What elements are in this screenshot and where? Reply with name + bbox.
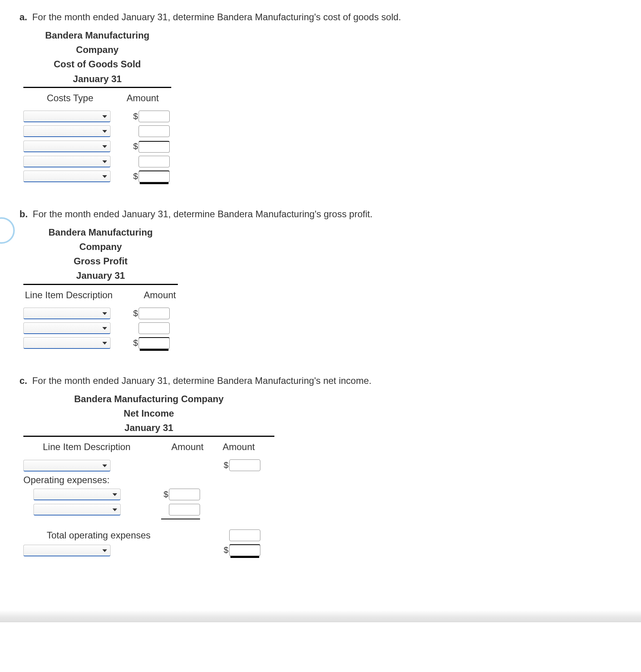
amount-input[interactable] (139, 337, 170, 349)
dollar-sign: $ (132, 111, 139, 121)
table-row: $ (23, 459, 274, 471)
dollar-spacer (132, 157, 139, 167)
schedule-b: Bandera Manufacturing Company Gross Prof… (23, 225, 179, 352)
line-item-select[interactable] (23, 322, 111, 334)
dollar-sign: $ (132, 141, 139, 151)
schedule-a-col-right: Amount (119, 93, 166, 104)
schedule-c-title-3: January 31 (23, 420, 274, 435)
schedule-b-title-4: January 31 (23, 268, 178, 283)
schedule-b-title-block: Bandera Manufacturing Company Gross Prof… (23, 225, 178, 285)
schedule-b-title-1: Bandera Manufacturing (23, 225, 178, 239)
schedule-c-title-block: Bandera Manufacturing Company Net Income… (23, 392, 274, 437)
line-item-select[interactable] (23, 308, 111, 319)
amount-input[interactable] (139, 141, 170, 153)
amount-input[interactable] (229, 544, 260, 556)
table-row (23, 156, 171, 167)
line-item-select[interactable] (23, 337, 111, 349)
schedule-c: Bandera Manufacturing Company Net Income… (23, 392, 274, 559)
dollar-sign: $ (222, 545, 229, 555)
dollar-sign: $ (132, 338, 139, 348)
dollar-sign: $ (222, 460, 229, 470)
table-row: $ (23, 489, 274, 501)
costs-type-select[interactable] (23, 111, 111, 122)
amount-input[interactable] (169, 489, 200, 500)
line-item-select[interactable] (33, 489, 121, 500)
schedule-b-title-3: Gross Profit (23, 254, 178, 268)
table-row: $ (23, 140, 171, 153)
dollar-spacer (222, 530, 229, 540)
amount-input[interactable] (139, 308, 170, 319)
question-c-text: For the month ended January 31, determin… (32, 375, 372, 386)
amount-input[interactable] (169, 504, 200, 515)
costs-type-select[interactable] (23, 125, 111, 137)
question-b-letter: b. (19, 209, 30, 219)
page-indicator-circle (0, 217, 15, 244)
total-operating-expenses-label: Total operating expenses (23, 530, 140, 541)
operating-expenses-label: Operating expenses: (23, 475, 140, 486)
table-row (23, 503, 274, 515)
dollar-sign: $ (132, 171, 139, 181)
question-b: b. For the month ended January 31, deter… (19, 209, 622, 352)
schedule-c-title-1: Bandera Manufacturing Company (23, 392, 274, 406)
question-b-text: For the month ended January 31, determin… (33, 209, 372, 219)
question-a-letter: a. (19, 12, 30, 22)
schedule-a: Bandera Manufacturing Company Cost of Go… (23, 28, 171, 185)
schedule-c-title-2: Net Income (23, 406, 274, 420)
schedule-a-col-left: Costs Type (23, 93, 117, 104)
footer-gradient (0, 610, 641, 622)
schedule-a-col-heads: Costs Type Amount (23, 90, 171, 107)
table-row: Operating expenses: (23, 475, 274, 486)
amount-input[interactable] (139, 125, 170, 137)
schedule-a-title-block: Bandera Manufacturing Company Cost of Go… (23, 28, 171, 88)
schedule-a-title-4: January 31 (23, 72, 171, 86)
question-b-line: b. For the month ended January 31, deter… (19, 209, 622, 220)
amount-input[interactable] (229, 530, 260, 541)
table-row: $ (23, 337, 179, 349)
question-a-text: For the month ended January 31, determin… (32, 12, 401, 22)
amount-input[interactable] (139, 171, 170, 182)
schedule-b-title-2: Company (23, 239, 178, 254)
costs-type-select[interactable] (23, 156, 111, 167)
dollar-sign: $ (132, 308, 139, 318)
question-c-letter: c. (19, 375, 30, 386)
schedule-a-title-3: Cost of Goods Sold (23, 57, 171, 71)
dollar-spacer (132, 323, 139, 333)
line-item-select[interactable] (33, 504, 121, 515)
line-item-select[interactable] (23, 545, 111, 556)
question-c-line: c. For the month ended January 31, deter… (19, 375, 622, 386)
schedule-a-title-1: Bandera Manufacturing (23, 28, 171, 42)
schedule-c-col-heads: Line Item Description Amount Amount (23, 439, 274, 456)
schedule-c-col-left: Line Item Description (23, 442, 160, 452)
schedule-b-col-left: Line Item Description (23, 290, 138, 301)
table-row (23, 322, 179, 334)
amount-input[interactable] (139, 322, 170, 334)
table-row: Total operating expenses (23, 530, 274, 541)
amount-input[interactable] (229, 459, 260, 471)
dollar-sign: $ (162, 489, 169, 500)
schedule-c-col-right: Amount (215, 442, 262, 452)
question-a: a. For the month ended January 31, deter… (19, 12, 622, 185)
dollar-spacer (132, 126, 139, 136)
schedule-b-col-heads: Line Item Description Amount (23, 287, 179, 304)
costs-type-select[interactable] (23, 141, 111, 152)
schedule-a-title-2: Company (23, 42, 171, 57)
line-item-select[interactable] (23, 460, 111, 471)
table-row: $ (23, 111, 171, 122)
table-row: $ (23, 171, 171, 182)
table-row (23, 125, 171, 137)
table-row (23, 519, 274, 528)
amount-input[interactable] (139, 156, 170, 167)
question-c: c. For the month ended January 31, deter… (19, 375, 622, 559)
table-row: $ (23, 308, 179, 319)
question-a-line: a. For the month ended January 31, deter… (19, 12, 622, 23)
schedule-b-col-right: Amount (140, 290, 179, 301)
table-row: $ (23, 544, 274, 556)
dollar-spacer (162, 505, 169, 515)
amount-input[interactable] (139, 111, 170, 122)
schedule-c-col-mid: Amount (162, 442, 213, 452)
costs-type-select[interactable] (23, 171, 111, 182)
